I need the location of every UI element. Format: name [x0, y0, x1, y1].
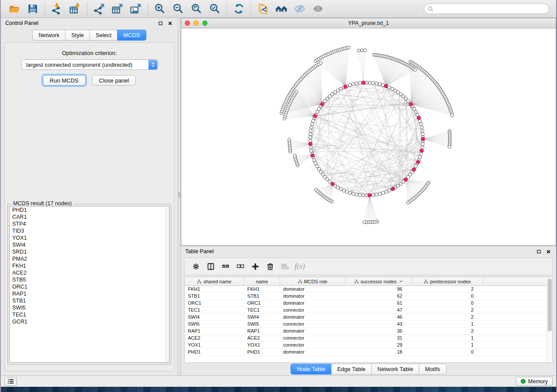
zoom-in-button[interactable]: [151, 1, 169, 16]
network-graph[interactable]: [181, 28, 556, 245]
vertical-splitter[interactable]: [178, 18, 181, 375]
table-row-ORC1[interactable]: ORC1ORC1dominator610: [185, 300, 547, 307]
memory-button[interactable]: Memory: [516, 377, 553, 386]
cell-mcds-role: dominator: [280, 286, 346, 292]
cell-successor-nodes: 61: [346, 300, 412, 306]
tab-motifs[interactable]: Motifs: [419, 364, 446, 375]
import-table-button[interactable]: [66, 1, 84, 16]
open-file-button[interactable]: [5, 1, 24, 16]
zoom-selected-button[interactable]: [206, 1, 224, 16]
search-input[interactable]: [436, 6, 545, 12]
column-header-shared-name[interactable]: shared name: [185, 277, 244, 285]
show-columns-button[interactable]: [204, 260, 217, 273]
delete-columns-button[interactable]: [263, 260, 277, 273]
search-box[interactable]: [424, 3, 549, 14]
network-canvas[interactable]: [181, 28, 556, 245]
criterion-select[interactable]: largest connected component (undirected): [21, 59, 158, 70]
import-network-button[interactable]: [48, 1, 66, 16]
zoom-out-button[interactable]: [169, 1, 187, 16]
table-header-row: shared namenameMCDS rolesuccessor nodesp…: [185, 277, 547, 286]
cell-shared-name: PHD1: [185, 349, 244, 355]
cell-name: TEC1: [244, 307, 280, 313]
column-header-name[interactable]: name: [244, 277, 280, 285]
mcds-buttons-row: Run MCDS Close panel: [5, 75, 174, 86]
mcds-result-item[interactable]: TEC1: [10, 311, 169, 318]
zoom-fit-button[interactable]: [187, 1, 206, 16]
mcds-result-item[interactable]: ACE2: [10, 269, 169, 276]
table-row-STB1[interactable]: STB1STB1dominator620: [185, 293, 547, 300]
mcds-result-item[interactable]: STP4: [10, 220, 169, 227]
export-image-button[interactable]: [127, 1, 145, 16]
tab-edge-table[interactable]: Edge Table: [331, 364, 372, 375]
mcds-result-item[interactable]: PMA2: [10, 255, 169, 262]
mcds-result-item[interactable]: STB5: [10, 276, 169, 283]
table-row-SWI4[interactable]: SWI4SWI4dominator462: [185, 314, 547, 321]
export-network-button[interactable]: [90, 1, 108, 16]
close-panel-button[interactable]: Close panel: [92, 75, 136, 86]
table-options-button[interactable]: [189, 260, 202, 273]
mcds-result-item[interactable]: YOX1: [10, 234, 169, 241]
table-row-PHD1[interactable]: PHD1PHD1dominator180: [185, 349, 547, 356]
shared-column-icon: [298, 279, 302, 284]
mcds-result-item[interactable]: PHD1: [10, 206, 169, 213]
save-session-button[interactable]: [24, 1, 42, 16]
column-label: MCDS role: [304, 279, 328, 284]
table-row-RAP1[interactable]: RAP1RAP1dominator352: [185, 328, 547, 335]
refresh-view-icon: [233, 3, 245, 14]
table-row-TEC1[interactable]: TEC1TEC1connector472: [185, 307, 547, 314]
status-bar: Memory: [1, 375, 556, 387]
new-network-from-selection-button[interactable]: [254, 1, 272, 16]
tab-node-table[interactable]: Node Table: [291, 364, 332, 375]
cell-successor-nodes: 96: [346, 286, 412, 292]
toolbar-separator: [251, 3, 251, 15]
tab-network-table[interactable]: Network Table: [371, 364, 419, 375]
float-table-panel-icon[interactable]: [535, 248, 542, 255]
splitter-grip[interactable]: [178, 193, 180, 197]
mcds-result-item[interactable]: ORC1: [10, 283, 169, 290]
refresh-view-button[interactable]: [230, 1, 248, 16]
mcds-result-item[interactable]: STB1: [10, 297, 169, 304]
mcds-result-item[interactable]: SWI4: [10, 241, 169, 248]
mcds-result-item[interactable]: GCR1: [10, 318, 169, 325]
table-row-FKH1[interactable]: FKH1FKH1dominator962: [185, 286, 547, 293]
mcds-result-item[interactable]: SRD1: [10, 248, 169, 255]
mcds-result-item[interactable]: SWI5: [10, 304, 169, 311]
first-neighbors-button[interactable]: [272, 1, 291, 16]
run-mcds-button[interactable]: Run MCDS: [43, 75, 86, 86]
table-scrollbar-thumb[interactable]: [548, 279, 552, 331]
select-all-button[interactable]: [219, 260, 232, 273]
table-row-YOX1[interactable]: YOX1YOX1connector291: [185, 342, 547, 349]
tab-select[interactable]: Select: [90, 30, 118, 41]
maximize-window-icon[interactable]: [202, 21, 208, 26]
deselect-all-button[interactable]: [234, 260, 247, 273]
column-header-mcds-role[interactable]: MCDS role: [280, 277, 346, 285]
hide-selected-button[interactable]: [291, 1, 309, 16]
delete-table-icon: [281, 262, 289, 271]
mcds-result-item[interactable]: CAR1: [10, 213, 169, 220]
export-table-button[interactable]: [108, 1, 127, 16]
tab-style[interactable]: Style: [65, 30, 90, 41]
mcds-result-item[interactable]: FKH1: [10, 262, 169, 269]
table-scrollbar[interactable]: [547, 277, 552, 362]
search-icon: [428, 6, 433, 12]
column-header-successor-nodes[interactable]: successor nodes: [346, 277, 412, 285]
mcds-list-scrollbar[interactable]: [165, 207, 169, 362]
close-panel-icon[interactable]: [166, 20, 173, 27]
table-row-ACE2[interactable]: ACE2ACE2connector311: [185, 335, 547, 342]
show-all-button[interactable]: [309, 1, 327, 16]
float-panel-icon[interactable]: [157, 20, 164, 27]
table-row-SWI5[interactable]: SWI5SWI5connector431: [185, 321, 547, 328]
close-table-panel-icon[interactable]: [545, 248, 552, 255]
cell-predecessor-nodes: 2: [412, 286, 483, 292]
mcds-result-list[interactable]: PHD1CAR1STP4TID3YOX1SWI4SRD1PMA2FKH1ACE2…: [9, 206, 170, 363]
table-body: FKH1FKH1dominator962STB1STB1dominator620…: [185, 286, 547, 356]
new-column-button[interactable]: [249, 260, 262, 273]
column-header-predecessor-nodes[interactable]: predecessor nodes: [412, 277, 483, 285]
tab-network[interactable]: Network: [32, 30, 66, 41]
tab-mcds[interactable]: MCDS: [117, 30, 146, 41]
minimize-window-icon[interactable]: [194, 21, 199, 26]
task-history-button[interactable]: [4, 377, 17, 386]
mcds-result-item[interactable]: RAP1: [10, 290, 169, 297]
close-window-icon[interactable]: [185, 21, 190, 26]
mcds-result-item[interactable]: TID3: [10, 227, 169, 234]
